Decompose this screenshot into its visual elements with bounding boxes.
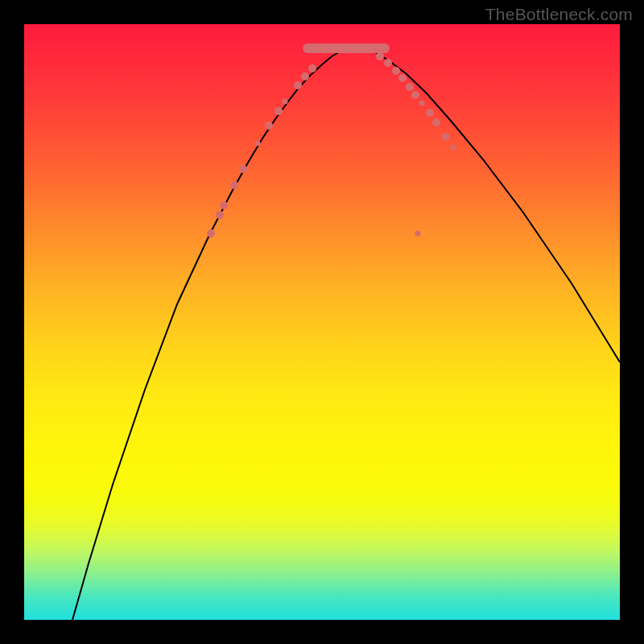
emphasis-dot: [308, 64, 316, 72]
emphasis-dot: [442, 133, 450, 141]
emphasis-dot: [432, 118, 440, 126]
emphasis-dot: [451, 145, 456, 151]
emphasis-dot: [392, 67, 400, 75]
emphasis-dot: [384, 59, 392, 67]
emphasis-dot: [419, 101, 425, 106]
bottleneck-curve: [72, 48, 620, 620]
emphasis-dot: [426, 109, 434, 117]
emphasis-dot: [398, 74, 407, 82]
emphasis-dot: [265, 122, 273, 130]
emphasis-dot: [207, 229, 215, 237]
emphasis-dot: [406, 83, 414, 91]
watermark-text: TheBottleneck.com: [485, 5, 633, 24]
plot-area: [24, 24, 620, 620]
emphasis-dot: [301, 72, 309, 80]
emphasis-dots-group: [207, 52, 456, 237]
emphasis-dot: [376, 52, 384, 60]
emphasis-dot: [230, 181, 238, 189]
emphasis-dot: [220, 201, 228, 209]
emphasis-dot: [283, 99, 288, 105]
emphasis-dot: [294, 81, 302, 89]
chart-svg: [24, 24, 620, 620]
emphasis-dot: [275, 107, 283, 115]
emphasis-dot: [216, 211, 224, 219]
emphasis-dot: [239, 165, 247, 173]
chart-frame: TheBottleneck.com: [0, 0, 644, 644]
emphasis-dot: [411, 91, 419, 99]
emphasis-dot: [415, 231, 421, 237]
emphasis-dot: [255, 141, 261, 147]
